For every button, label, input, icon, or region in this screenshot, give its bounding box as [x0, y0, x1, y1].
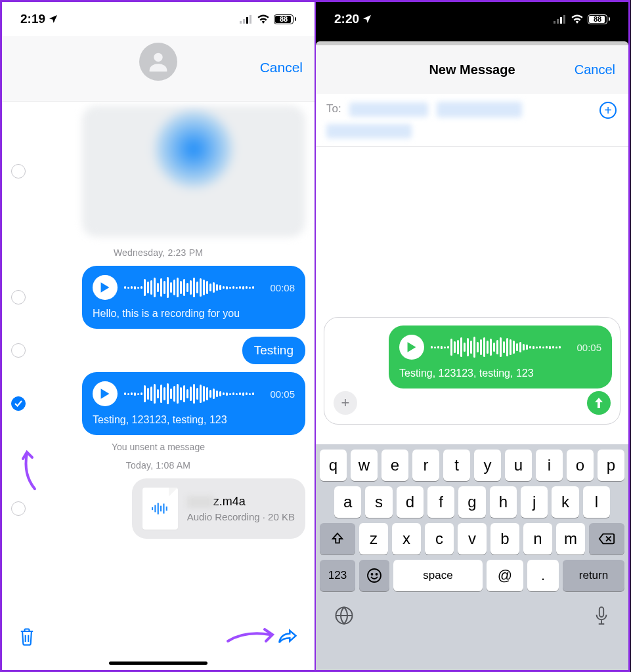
compose-input[interactable]: 00:05 Testing, 123123, testing, 123 + [324, 317, 620, 425]
svg-rect-11 [554, 21, 555, 24]
wifi-icon [571, 14, 584, 24]
cancel-button[interactable]: Cancel [575, 62, 615, 77]
play-button[interactable] [399, 335, 424, 360]
key-q[interactable]: q [320, 450, 347, 481]
select-circle[interactable] [11, 501, 26, 516]
send-button[interactable] [587, 391, 611, 415]
text-message-bubble[interactable]: Testing [242, 337, 305, 364]
file-meta: Audio Recording · 20 KB [187, 511, 295, 522]
select-circle[interactable] [11, 290, 26, 304]
keyboard[interactable]: qwertyuiop asdfghjkl zxcvbnm 123 space @… [316, 444, 628, 670]
key-s[interactable]: s [365, 486, 392, 518]
home-indicator[interactable] [109, 662, 207, 665]
voice-message-bubble[interactable]: 00:08 Hello, this is a recording for you [82, 266, 305, 329]
svg-rect-7 [157, 503, 158, 514]
waveform-icon [124, 383, 263, 404]
file-attachment-bubble[interactable]: z.m4a Audio Recording · 20 KB [132, 478, 305, 539]
space-key[interactable]: space [393, 560, 483, 591]
key-d[interactable]: d [397, 486, 424, 518]
select-circle[interactable] [11, 164, 26, 178]
key-a[interactable]: a [334, 486, 361, 518]
backspace-key[interactable] [589, 523, 624, 555]
key-n[interactable]: n [523, 523, 552, 555]
key-z[interactable]: z [359, 523, 388, 555]
key-w[interactable]: w [351, 450, 378, 481]
svg-rect-19 [599, 607, 603, 617]
play-button[interactable] [93, 275, 118, 300]
key-x[interactable]: x [392, 523, 421, 555]
cancel-button[interactable]: Cancel [260, 60, 303, 75]
key-f[interactable]: f [427, 486, 454, 518]
key-m[interactable]: m [556, 523, 585, 555]
keyboard-row-2: asdfghjkl [316, 481, 628, 518]
recipient-chip[interactable] [437, 102, 522, 117]
select-circle-checked[interactable] [11, 396, 26, 411]
key-y[interactable]: y [474, 450, 501, 481]
globe-icon[interactable] [334, 606, 354, 625]
key-u[interactable]: u [505, 450, 532, 481]
timestamp-label: Today, 1:08 AM [2, 453, 315, 474]
waveform-icon [124, 277, 263, 298]
at-key[interactable]: @ [487, 560, 523, 591]
key-k[interactable]: k [552, 486, 578, 518]
audio-file-icon [142, 488, 178, 530]
key-o[interactable]: o [567, 450, 594, 481]
emoji-key[interactable] [359, 560, 389, 591]
key-b[interactable]: b [490, 523, 519, 555]
key-v[interactable]: v [458, 523, 487, 555]
key-p[interactable]: p [598, 450, 624, 481]
timestamp-label: Wednesday, 2:23 PM [2, 241, 315, 262]
svg-rect-9 [163, 503, 164, 513]
blurred-message [82, 106, 305, 237]
voice-duration: 00:05 [577, 342, 601, 353]
conversation-header: Cancel [2, 36, 315, 102]
select-circle[interactable] [11, 343, 26, 358]
key-j[interactable]: j [521, 486, 548, 518]
voice-message-bubble[interactable]: 00:05 Testing, 123123, testing, 123 [389, 326, 612, 388]
new-message-screen: 2:20 88 New Message Cancel To: + [315, 0, 630, 672]
key-t[interactable]: t [443, 450, 470, 481]
battery-icon: 88 [588, 14, 610, 24]
svg-rect-12 [557, 19, 559, 24]
add-attachment-button[interactable]: + [334, 391, 357, 415]
key-i[interactable]: i [536, 450, 563, 481]
play-button[interactable] [93, 381, 118, 406]
voice-transcript: Hello, this is a recording for you [93, 308, 295, 320]
to-label: To: [326, 102, 341, 115]
key-g[interactable]: g [458, 486, 485, 518]
svg-rect-6 [154, 505, 156, 513]
voice-message-bubble[interactable]: 00:05 Testing, 123123, testing, 123 [82, 372, 305, 435]
forward-icon[interactable] [278, 627, 299, 646]
status-time: 2:19 [20, 12, 45, 26]
location-icon [48, 14, 58, 24]
recipient-chip[interactable] [326, 124, 412, 138]
key-l[interactable]: l [583, 486, 610, 518]
waveform-icon [431, 337, 570, 358]
cellular-icon [240, 14, 253, 24]
annotation-arrow-icon [16, 448, 43, 494]
numbers-key[interactable]: 123 [320, 560, 355, 591]
return-key[interactable]: return [563, 560, 624, 591]
trash-icon[interactable] [18, 627, 36, 646]
keyboard-row-bottom: 123 space @ . return [316, 555, 628, 591]
key-r[interactable]: r [412, 450, 439, 481]
compose-header: New Message Cancel [316, 45, 628, 94]
status-bar: 2:19 88 [2, 2, 315, 36]
contact-avatar[interactable] [139, 43, 177, 81]
wifi-icon [257, 14, 270, 24]
key-e[interactable]: e [381, 450, 408, 481]
messages-edit-screen: 2:19 88 Cancel Wednesday, 2:23 PM [0, 0, 315, 672]
conversation-scroll[interactable]: Wednesday, 2:23 PM 00:08 Hello, this is … [2, 102, 315, 620]
location-icon [362, 14, 372, 24]
svg-point-4 [154, 53, 162, 62]
dictation-icon[interactable] [593, 606, 610, 627]
annotation-arrow-icon [225, 625, 278, 645]
recipient-chip[interactable] [349, 102, 428, 117]
to-field[interactable]: To: + [316, 94, 628, 147]
add-contact-button[interactable]: + [599, 102, 617, 119]
period-key[interactable]: . [527, 560, 559, 591]
key-h[interactable]: h [490, 486, 517, 518]
status-time: 2:20 [334, 12, 359, 26]
shift-key[interactable] [320, 523, 355, 555]
key-c[interactable]: c [425, 523, 454, 555]
